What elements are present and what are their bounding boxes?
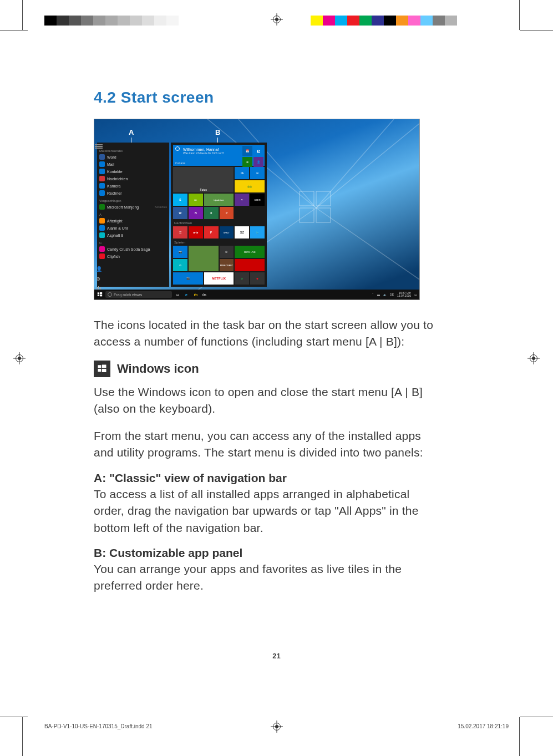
list-item[interactable]: Mail xyxy=(99,161,167,167)
flipboard-tile[interactable]: F xyxy=(204,226,219,239)
svg-rect-15 xyxy=(102,364,106,368)
color-bar-cmyk xyxy=(311,16,457,26)
edge-tile[interactable]: e xyxy=(253,146,263,156)
user-icon[interactable]: 👤 xyxy=(96,266,102,272)
subsection-a-heading: A: "Classic" view of navigation bar xyxy=(94,471,438,485)
uber-tile[interactable]: UBER xyxy=(250,194,265,206)
list-item[interactable]: Asphalt 8 xyxy=(99,232,167,238)
registration-mark-icon xyxy=(271,721,283,733)
list-item[interactable]: Word xyxy=(99,154,167,160)
svg-rect-11 xyxy=(100,292,102,294)
svg-line-5 xyxy=(316,119,394,208)
list-item[interactable]: Alarm & Uhr xyxy=(99,225,167,231)
candy-tile[interactable] xyxy=(235,259,265,271)
ntv-tile[interactable]: n-tv xyxy=(189,226,203,239)
svg-rect-14 xyxy=(98,365,102,368)
crop-mark xyxy=(22,0,23,30)
news-tile[interactable]: ☰ xyxy=(173,226,187,239)
welt-tile[interactable]: WELT xyxy=(220,226,234,239)
xbox-tile[interactable]: ⊗ xyxy=(242,157,252,167)
tray-lang[interactable]: DE xyxy=(390,293,394,296)
body-paragraph: You can arrange your apps and favorites … xyxy=(94,561,438,595)
action-center-icon[interactable]: ▭ xyxy=(414,293,417,296)
svg-rect-12 xyxy=(98,295,99,296)
tray-chevron-icon[interactable]: ˄ xyxy=(372,293,374,296)
game-tile[interactable] xyxy=(189,246,219,271)
task-view-icon[interactable]: ▭ xyxy=(174,291,181,298)
registration-mark-icon xyxy=(527,352,540,364)
skype-tile[interactable]: S xyxy=(173,194,187,206)
powerpoint-tile[interactable]: P xyxy=(220,207,234,219)
svg-line-3 xyxy=(316,208,419,300)
edge-taskbar-icon[interactable]: e xyxy=(183,291,190,298)
twitter-tile[interactable]: 🐦 xyxy=(250,226,265,239)
netflix-tile[interactable]: NETFLIX xyxy=(204,272,234,285)
svg-rect-17 xyxy=(102,369,106,372)
photo-tile[interactable]: 👤 xyxy=(253,157,263,167)
cortana-ring-icon xyxy=(108,292,112,297)
onenote-tile[interactable]: N xyxy=(189,207,203,219)
store-tile[interactable]: 🛍 xyxy=(235,167,249,179)
camera-tile[interactable]: 📷 xyxy=(173,246,187,258)
registration-mark-icon xyxy=(13,352,26,364)
mail-tile[interactable]: ✉ xyxy=(250,167,265,179)
windows-icon xyxy=(94,361,110,377)
list-item[interactable]: Afterlight xyxy=(99,218,167,224)
list-item[interactable]: Kontakte xyxy=(99,169,167,174)
crop-mark xyxy=(519,0,520,30)
groove-tile[interactable]: ⊙ xyxy=(173,259,187,271)
apps-category: A xyxy=(99,213,167,216)
footer-timestamp: 15.02.2017 18:21:19 xyxy=(458,723,509,729)
list-item[interactable]: Clipfish xyxy=(99,253,167,259)
cortana-icon xyxy=(175,146,180,151)
app-tile[interactable]: ▭ xyxy=(189,194,203,206)
movies-tile[interactable]: 🎬 xyxy=(173,272,203,285)
tray-volume-icon[interactable]: 🔈 xyxy=(383,293,387,296)
crop-mark xyxy=(0,30,28,31)
crop-mark xyxy=(520,30,553,31)
hamburger-icon[interactable] xyxy=(95,144,103,145)
word-tile[interactable]: W xyxy=(173,207,187,219)
tray-battery-icon[interactable]: ▬ xyxy=(377,293,380,296)
calendar-tile[interactable]: 📅 xyxy=(242,146,252,156)
target-tile[interactable]: ⊚ xyxy=(235,272,249,285)
sz-tile[interactable]: SZ xyxy=(235,226,249,239)
taskbar: Frag mich etwas ▭ e 🗀 🛍 ˄ ▬ 🔈 DE 15:37 U… xyxy=(94,290,419,300)
excel-tile[interactable]: X xyxy=(204,207,219,219)
body-paragraph: Use the Windows icon to open and close t… xyxy=(94,384,438,418)
list-item[interactable]: Microsoft MahjongKostenlos xyxy=(99,204,167,210)
taskbar-search[interactable]: Frag mich etwas xyxy=(105,291,172,298)
list-item[interactable]: Candy Crush Soda Saga xyxy=(99,246,167,252)
explorer-taskbar-icon[interactable]: 🗀 xyxy=(192,291,199,298)
body-paragraph: From the start menu, you can access any … xyxy=(94,428,438,461)
crop-mark xyxy=(22,717,23,756)
color-bar-grayscale xyxy=(44,16,191,26)
taskbar-date: 15.07.2016 xyxy=(397,295,411,297)
fotos-tile[interactable]: Fotos xyxy=(173,167,234,192)
svg-rect-10 xyxy=(98,292,99,294)
apps-category: Vorgeschlagen xyxy=(99,199,167,202)
list-item[interactable]: Nachrichten xyxy=(99,176,167,181)
page-content: 4.2 Start screen A B Meistverwendet Word… xyxy=(94,89,438,605)
app-tile[interactable]: ◆ xyxy=(250,272,265,285)
app-tile[interactable]: ⊙ xyxy=(220,246,234,258)
tripadvisor-tile[interactable]: ◎◎ xyxy=(235,180,265,192)
store-taskbar-icon[interactable]: 🛍 xyxy=(201,291,207,298)
minecraft-tile[interactable]: MINECRAFT xyxy=(220,259,234,271)
subsection-b-heading: B: Customizable app panel xyxy=(94,546,438,560)
svg-rect-13 xyxy=(100,295,102,296)
svg-rect-16 xyxy=(98,369,102,372)
list-item[interactable]: Rechner xyxy=(99,190,167,196)
tripadvisor-label-tile[interactable]: tripadvisor xyxy=(204,194,234,206)
windows-start-button[interactable] xyxy=(97,291,103,298)
xboxlive-tile[interactable]: XBOX LIVE xyxy=(235,246,265,258)
label-a: A xyxy=(129,128,134,144)
intro-paragraph: The icons located in the task bar on the… xyxy=(94,317,438,351)
app-tile[interactable]: ✦ xyxy=(235,194,249,206)
list-item[interactable]: Kamera xyxy=(99,183,167,189)
cortana-tile[interactable]: Willkommen, Hanna! Was kann ich heute fü… xyxy=(173,145,265,166)
settings-icon[interactable]: ⚙ xyxy=(96,276,102,282)
crop-mark xyxy=(519,717,520,756)
registration-mark-icon xyxy=(271,13,283,26)
body-paragraph: To access a list of all installed apps a… xyxy=(94,486,438,536)
